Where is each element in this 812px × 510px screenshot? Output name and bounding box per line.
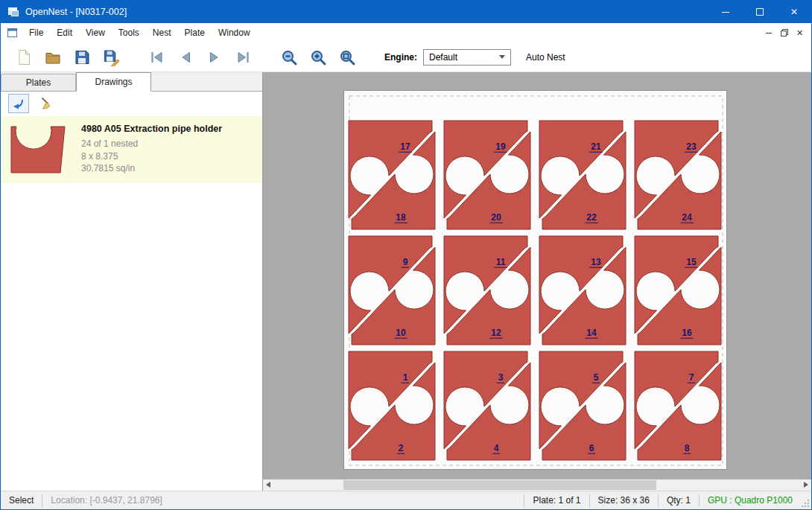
- nested-pair: 1920: [444, 121, 530, 229]
- nested-pair: 2122: [539, 121, 626, 229]
- title-bar[interactable]: OpenNest - [N0317-002] ✕: [1, 1, 811, 23]
- engine-select[interactable]: Default: [423, 49, 511, 66]
- new-file-icon: [15, 48, 33, 66]
- zoom-out-button[interactable]: [278, 46, 300, 68]
- resize-grip[interactable]: [801, 499, 810, 508]
- part-number: 18: [396, 212, 406, 223]
- part-number: 10: [396, 328, 406, 338]
- maximize-button[interactable]: [743, 1, 777, 23]
- menu-bar: FileEditViewToolsNestPlateWindow ✕: [1, 23, 811, 42]
- part-number: 23: [686, 141, 697, 152]
- plate: 171819202122232491011121314151612345678: [343, 90, 727, 470]
- first-plate-button[interactable]: [145, 46, 168, 68]
- menu-item-window[interactable]: Window: [212, 24, 257, 42]
- zoom-fit-icon: [338, 48, 356, 66]
- save-icon: [73, 48, 91, 66]
- status-qty: Qty: 1: [659, 495, 699, 506]
- part-number: 13: [591, 257, 601, 267]
- previous-plate-button[interactable]: [174, 46, 197, 68]
- scroll-right-icon[interactable]: [804, 482, 808, 488]
- zoom-fit-button[interactable]: [336, 46, 358, 68]
- part-number: 16: [682, 328, 692, 338]
- nested-pair: 1112: [444, 236, 530, 345]
- part-number: 9: [403, 257, 408, 267]
- close-button[interactable]: ✕: [777, 1, 811, 23]
- engine-value: Default: [429, 52, 457, 63]
- drawing-nested-count: 24 of 1 nested: [81, 138, 222, 150]
- part-number: 1: [403, 372, 408, 383]
- part-number: 14: [586, 328, 597, 338]
- horizontal-scrollbar[interactable]: [263, 479, 811, 491]
- nested-pair: 34: [444, 351, 530, 460]
- zoom-in-icon: [309, 48, 327, 66]
- part-number: 11: [496, 257, 506, 267]
- minimize-button[interactable]: [708, 1, 743, 23]
- menu-item-view[interactable]: View: [79, 24, 112, 42]
- app-icon: [7, 6, 19, 18]
- part-number: 22: [586, 212, 597, 223]
- engine-label: Engine:: [384, 52, 417, 63]
- mdi-close-button[interactable]: ✕: [792, 25, 808, 40]
- part-number: 12: [491, 328, 501, 338]
- zoom-in-button[interactable]: [307, 46, 329, 68]
- save-edit-button[interactable]: [100, 46, 122, 68]
- part-number: 6: [589, 443, 594, 453]
- open-button[interactable]: [42, 46, 64, 68]
- document-icon: [7, 28, 18, 39]
- nested-pair: 1718: [349, 121, 435, 229]
- nested-pair: 1314: [539, 236, 626, 345]
- next-arrow-icon: [206, 48, 223, 66]
- nested-pair: 56: [539, 351, 626, 460]
- drawings-panel: PlatesDrawings 4980 A05 Extraction pipe …: [1, 72, 263, 491]
- return-part-button[interactable]: [8, 94, 29, 113]
- part-number: 7: [689, 372, 694, 383]
- chevron-down-icon: [499, 55, 505, 59]
- next-plate-button[interactable]: [203, 46, 226, 68]
- nested-pair: 78: [635, 351, 721, 460]
- app-window: OpenNest - [N0317-002] ✕ FileEditViewToo…: [0, 0, 812, 510]
- save-button[interactable]: [71, 46, 93, 68]
- clean-button[interactable]: [39, 96, 54, 111]
- menu-item-nest[interactable]: Nest: [146, 24, 178, 42]
- return-arrow-icon: [12, 97, 25, 110]
- status-location: Location: [-0.9437, 21.8796]: [42, 495, 170, 506]
- status-mode: Select: [1, 495, 42, 506]
- scroll-left-icon[interactable]: [266, 482, 270, 488]
- drawing-list-item[interactable]: 4980 A05 Extraction pipe holder 24 of 1 …: [1, 116, 262, 183]
- menu-item-plate[interactable]: Plate: [178, 24, 212, 42]
- toolbar: Engine: Default Auto Nest: [1, 42, 811, 72]
- save-edit-icon: [102, 48, 120, 66]
- previous-arrow-icon: [177, 48, 194, 66]
- tab-drawings[interactable]: Drawings: [76, 72, 151, 92]
- part-number: 2: [399, 443, 404, 453]
- drawing-title: 4980 A05 Extraction pipe holder: [81, 124, 222, 134]
- broom-icon: [39, 96, 54, 111]
- menu-item-tools[interactable]: Tools: [112, 24, 146, 42]
- nest-canvas[interactable]: 171819202122232491011121314151612345678: [263, 72, 811, 491]
- scrollbar-thumb[interactable]: [343, 480, 656, 490]
- menu-item-file[interactable]: File: [22, 24, 50, 42]
- zoom-out-icon: [280, 48, 298, 66]
- part-number: 19: [495, 141, 506, 152]
- panel-tabs: PlatesDrawings: [1, 72, 262, 92]
- menu-item-edit[interactable]: Edit: [50, 24, 79, 42]
- part-number: 20: [491, 212, 501, 223]
- last-plate-button[interactable]: [232, 46, 255, 68]
- new-button[interactable]: [13, 46, 35, 68]
- mdi-restore-button[interactable]: [776, 25, 792, 40]
- last-arrow-icon: [235, 48, 253, 66]
- status-size: Size: 36 x 36: [590, 495, 658, 506]
- part-thumbnail: [8, 122, 71, 177]
- window-title: OpenNest - [N0317-002]: [25, 7, 127, 17]
- part-number: 15: [686, 257, 697, 267]
- mdi-minimize-button[interactable]: [761, 25, 776, 40]
- auto-nest-button[interactable]: Auto Nest: [526, 52, 565, 63]
- nest-svg: 171819202122232491011121314151612345678: [344, 91, 728, 471]
- nested-pair: 12: [349, 351, 435, 460]
- part-number: 5: [594, 372, 599, 383]
- status-gpu: GPU : Quadro P1000: [700, 495, 801, 506]
- part-number: 4: [494, 443, 499, 453]
- menu-items: FileEditViewToolsNestPlateWindow: [22, 24, 257, 42]
- tab-plates[interactable]: Plates: [1, 74, 76, 91]
- open-folder-icon: [44, 48, 62, 66]
